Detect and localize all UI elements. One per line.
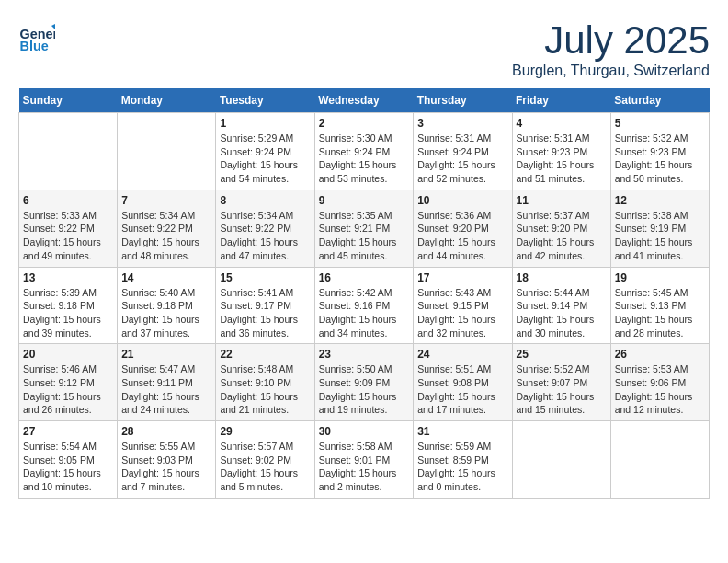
table-row: 31Sunrise: 5:59 AMSunset: 8:59 PMDayligh…	[414, 421, 512, 499]
day-info: Sunrise: 5:45 AMSunset: 9:13 PMDaylight:…	[615, 286, 705, 340]
table-row: 12Sunrise: 5:38 AMSunset: 9:19 PMDayligh…	[610, 190, 709, 267]
table-row: 7Sunrise: 5:34 AMSunset: 9:22 PMDaylight…	[118, 190, 216, 267]
table-row	[118, 113, 216, 190]
table-row: 27Sunrise: 5:54 AMSunset: 9:05 PMDayligh…	[19, 421, 118, 499]
header-thursday: Thursday	[414, 88, 512, 113]
logo-icon: General Blue	[18, 18, 55, 55]
day-info: Sunrise: 5:31 AMSunset: 9:23 PMDaylight:…	[517, 132, 607, 186]
day-info: Sunrise: 5:38 AMSunset: 9:19 PMDaylight:…	[615, 209, 705, 263]
calendar-header-row: Sunday Monday Tuesday Wednesday Thursday…	[19, 88, 710, 113]
week-row-4: 20Sunrise: 5:46 AMSunset: 9:12 PMDayligh…	[19, 344, 710, 421]
day-info: Sunrise: 5:33 AMSunset: 9:22 PMDaylight:…	[23, 209, 113, 263]
day-info: Sunrise: 5:46 AMSunset: 9:12 PMDaylight:…	[23, 362, 113, 417]
day-info: Sunrise: 5:40 AMSunset: 9:18 PMDaylight:…	[121, 286, 211, 340]
logo: General Blue	[18, 18, 57, 55]
day-info: Sunrise: 5:51 AMSunset: 9:08 PMDaylight:…	[417, 362, 507, 417]
table-row: 19Sunrise: 5:45 AMSunset: 9:13 PMDayligh…	[610, 267, 709, 344]
table-row: 8Sunrise: 5:34 AMSunset: 9:22 PMDaylight…	[216, 190, 314, 267]
table-row: 14Sunrise: 5:40 AMSunset: 9:18 PMDayligh…	[118, 267, 216, 344]
day-info: Sunrise: 5:34 AMSunset: 9:22 PMDaylight:…	[220, 209, 310, 263]
table-row: 26Sunrise: 5:53 AMSunset: 9:06 PMDayligh…	[610, 344, 709, 421]
table-row: 21Sunrise: 5:47 AMSunset: 9:11 PMDayligh…	[118, 344, 216, 421]
table-row: 6Sunrise: 5:33 AMSunset: 9:22 PMDaylight…	[19, 190, 118, 267]
table-row	[19, 113, 118, 190]
day-number: 26	[615, 348, 705, 361]
day-info: Sunrise: 5:42 AMSunset: 9:16 PMDaylight:…	[319, 286, 410, 340]
table-row: 22Sunrise: 5:48 AMSunset: 9:10 PMDayligh…	[216, 344, 314, 421]
calendar-table: Sunday Monday Tuesday Wednesday Thursday…	[18, 88, 710, 499]
table-row: 10Sunrise: 5:36 AMSunset: 9:20 PMDayligh…	[414, 190, 512, 267]
day-number: 29	[220, 425, 310, 438]
day-info: Sunrise: 5:34 AMSunset: 9:22 PMDaylight:…	[121, 209, 211, 263]
day-info: Sunrise: 5:29 AMSunset: 9:24 PMDaylight:…	[220, 132, 310, 186]
day-info: Sunrise: 5:53 AMSunset: 9:06 PMDaylight:…	[615, 362, 705, 417]
day-number: 25	[517, 348, 607, 361]
day-number: 22	[220, 348, 310, 361]
day-number: 11	[517, 194, 607, 207]
header-tuesday: Tuesday	[216, 88, 314, 113]
table-row: 18Sunrise: 5:44 AMSunset: 9:14 PMDayligh…	[512, 267, 610, 344]
day-number: 9	[319, 194, 410, 207]
day-info: Sunrise: 5:55 AMSunset: 9:03 PMDaylight:…	[121, 440, 211, 494]
table-row	[512, 421, 610, 499]
day-number: 8	[220, 194, 310, 207]
day-info: Sunrise: 5:31 AMSunset: 9:24 PMDaylight:…	[417, 132, 507, 186]
day-info: Sunrise: 5:35 AMSunset: 9:21 PMDaylight:…	[319, 209, 410, 263]
day-info: Sunrise: 5:37 AMSunset: 9:20 PMDaylight:…	[517, 209, 607, 263]
day-number: 4	[517, 117, 607, 130]
header-friday: Friday	[512, 88, 610, 113]
day-number: 3	[417, 117, 507, 130]
svg-text:Blue: Blue	[20, 39, 49, 53]
day-number: 14	[121, 271, 211, 284]
table-row: 16Sunrise: 5:42 AMSunset: 9:16 PMDayligh…	[314, 267, 414, 344]
day-number: 5	[615, 117, 705, 130]
week-row-3: 13Sunrise: 5:39 AMSunset: 9:18 PMDayligh…	[19, 267, 710, 344]
table-row: 5Sunrise: 5:32 AMSunset: 9:23 PMDaylight…	[610, 113, 709, 190]
header-saturday: Saturday	[610, 88, 709, 113]
table-row: 17Sunrise: 5:43 AMSunset: 9:15 PMDayligh…	[414, 267, 512, 344]
day-number: 1	[220, 117, 310, 130]
table-row: 9Sunrise: 5:35 AMSunset: 9:21 PMDaylight…	[314, 190, 414, 267]
day-number: 12	[615, 194, 705, 207]
day-number: 10	[417, 194, 507, 207]
table-row: 24Sunrise: 5:51 AMSunset: 9:08 PMDayligh…	[414, 344, 512, 421]
day-info: Sunrise: 5:30 AMSunset: 9:24 PMDaylight:…	[319, 132, 410, 186]
day-number: 20	[23, 348, 113, 361]
day-number: 15	[220, 271, 310, 284]
day-number: 27	[23, 425, 113, 438]
day-info: Sunrise: 5:36 AMSunset: 9:20 PMDaylight:…	[417, 209, 507, 263]
table-row: 1Sunrise: 5:29 AMSunset: 9:24 PMDaylight…	[216, 113, 314, 190]
day-info: Sunrise: 5:39 AMSunset: 9:18 PMDaylight:…	[23, 286, 113, 340]
table-row: 3Sunrise: 5:31 AMSunset: 9:24 PMDaylight…	[414, 113, 512, 190]
table-row: 2Sunrise: 5:30 AMSunset: 9:24 PMDaylight…	[314, 113, 414, 190]
day-info: Sunrise: 5:44 AMSunset: 9:14 PMDaylight:…	[517, 286, 607, 340]
header-monday: Monday	[118, 88, 216, 113]
day-number: 28	[121, 425, 211, 438]
table-row: 28Sunrise: 5:55 AMSunset: 9:03 PMDayligh…	[118, 421, 216, 499]
day-number: 18	[517, 271, 607, 284]
day-info: Sunrise: 5:58 AMSunset: 9:01 PMDaylight:…	[319, 440, 410, 494]
table-row: 15Sunrise: 5:41 AMSunset: 9:17 PMDayligh…	[216, 267, 314, 344]
day-info: Sunrise: 5:59 AMSunset: 8:59 PMDaylight:…	[417, 440, 507, 494]
table-row: 4Sunrise: 5:31 AMSunset: 9:23 PMDaylight…	[512, 113, 610, 190]
day-number: 6	[23, 194, 113, 207]
day-number: 13	[23, 271, 113, 284]
day-info: Sunrise: 5:57 AMSunset: 9:02 PMDaylight:…	[220, 440, 310, 494]
month-title: July 2025	[512, 18, 710, 63]
day-info: Sunrise: 5:54 AMSunset: 9:05 PMDaylight:…	[23, 440, 113, 494]
day-number: 2	[319, 117, 410, 130]
day-info: Sunrise: 5:48 AMSunset: 9:10 PMDaylight:…	[220, 362, 310, 417]
week-row-5: 27Sunrise: 5:54 AMSunset: 9:05 PMDayligh…	[19, 421, 710, 499]
day-info: Sunrise: 5:41 AMSunset: 9:17 PMDaylight:…	[220, 286, 310, 340]
day-number: 21	[121, 348, 211, 361]
day-info: Sunrise: 5:50 AMSunset: 9:09 PMDaylight:…	[319, 362, 410, 417]
day-number: 16	[319, 271, 410, 284]
week-row-1: 1Sunrise: 5:29 AMSunset: 9:24 PMDaylight…	[19, 113, 710, 190]
table-row: 29Sunrise: 5:57 AMSunset: 9:02 PMDayligh…	[216, 421, 314, 499]
day-number: 17	[417, 271, 507, 284]
day-number: 19	[615, 271, 705, 284]
day-number: 31	[417, 425, 507, 438]
day-info: Sunrise: 5:52 AMSunset: 9:07 PMDaylight:…	[517, 362, 607, 417]
day-info: Sunrise: 5:47 AMSunset: 9:11 PMDaylight:…	[121, 362, 211, 417]
table-row: 13Sunrise: 5:39 AMSunset: 9:18 PMDayligh…	[19, 267, 118, 344]
